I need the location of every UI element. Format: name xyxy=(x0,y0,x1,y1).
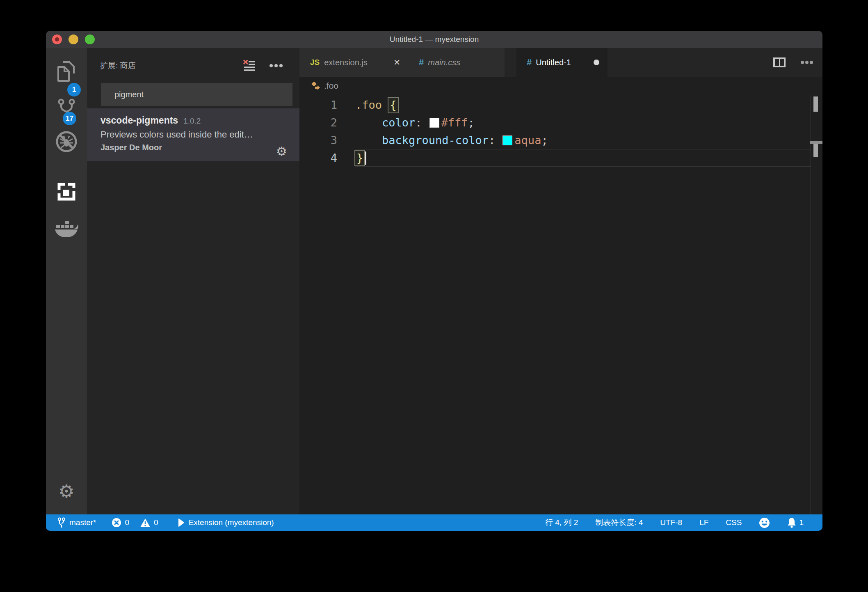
vscode-window: Untitled-1 — myextension 1 17 xyxy=(46,31,822,531)
overview-ruler-cursor-bar xyxy=(813,144,818,157)
ellipsis-icon xyxy=(800,60,813,64)
extensions-search-input[interactable]: pigment xyxy=(101,83,292,106)
text-cursor xyxy=(365,151,366,165)
warning-status[interactable]: 0 xyxy=(140,518,158,528)
extension-author: Jasper De Moor xyxy=(101,143,287,152)
activity-settings[interactable]: ⚙ xyxy=(46,482,87,500)
symbol-class-icon xyxy=(311,81,321,91)
launch-status[interactable]: Extension (myextension) xyxy=(178,518,274,527)
tab-main-css[interactable]: # main.css xyxy=(408,48,505,77)
css-file-icon: # xyxy=(419,57,424,68)
status-bar: master* 0 0 xyxy=(46,514,822,531)
sidebar-header: 扩展: 商店 xyxy=(87,48,299,83)
warning-icon xyxy=(140,518,151,528)
notifications-status[interactable]: 1 xyxy=(787,517,804,528)
breadcrumb-symbol[interactable]: .foo xyxy=(324,81,338,91)
code-line-1: 1 .foo { xyxy=(299,96,822,114)
overview-ruler-cursor-mark xyxy=(810,141,822,144)
clear-input-icon xyxy=(243,60,256,71)
ellipsis-icon xyxy=(269,63,283,68)
modified-dot-icon[interactable] xyxy=(594,60,599,65)
launch-label: Extension (myextension) xyxy=(189,518,274,527)
scrollbar-thumb[interactable] xyxy=(813,96,818,112)
activity-source-control[interactable]: 17 xyxy=(46,98,87,121)
bell-icon xyxy=(787,517,796,528)
indentation-setting[interactable]: 制表符长度: 4 xyxy=(595,517,643,528)
tab-untitled-1[interactable]: # Untitled-1 xyxy=(516,48,608,77)
semicolon: ; xyxy=(541,134,548,147)
css-property: background-color xyxy=(382,134,489,147)
settings-gear-icon: ⚙ xyxy=(58,482,74,500)
error-status[interactable]: 0 xyxy=(112,518,129,528)
tab-extension-js[interactable]: JS extension.js ✕ xyxy=(299,48,408,77)
docker-icon xyxy=(55,220,78,238)
open-brace: { xyxy=(388,97,398,113)
color-swatch-white[interactable] xyxy=(429,118,439,128)
code-line-3: 3 background-color:aqua; xyxy=(299,131,822,149)
tab-label: main.css xyxy=(428,58,497,67)
window-title: Untitled-1 — myextension xyxy=(46,31,822,48)
editor-actions xyxy=(608,48,822,77)
extension-version: 1.0.2 xyxy=(183,117,201,126)
play-icon xyxy=(178,519,185,527)
semicolon: ; xyxy=(468,116,475,129)
code-editor[interactable]: 1 .foo { 2 color:#fff; 3 background-colo… xyxy=(299,95,822,514)
search-value: pigment xyxy=(101,90,144,99)
editor-more-actions-button[interactable] xyxy=(800,60,813,64)
activity-explorer[interactable]: 1 xyxy=(46,61,87,82)
explorer-badge: 1 xyxy=(67,83,81,96)
warning-count: 0 xyxy=(154,518,158,527)
close-brace: } xyxy=(354,150,365,166)
line-number-current: 4 xyxy=(299,149,337,167)
git-branch-status[interactable]: master* xyxy=(57,517,96,528)
scm-badge: 17 xyxy=(63,112,76,125)
branch-name: master* xyxy=(69,518,96,527)
extension-list-item[interactable]: vscode-pigments 1.0.2 Previews colors us… xyxy=(87,108,299,161)
sidebar-more-actions-button[interactable] xyxy=(269,63,283,68)
extension-manage-gear-icon[interactable]: ⚙ xyxy=(276,145,287,158)
editor-group: JS extension.js ✕ # main.css # Untitled-… xyxy=(299,48,822,514)
title-bar: Untitled-1 — myextension xyxy=(46,31,822,48)
tab-bar: JS extension.js ✕ # main.css # Untitled-… xyxy=(299,48,822,77)
smiley-icon xyxy=(759,517,770,528)
extension-name: vscode-pigments xyxy=(101,115,178,126)
activity-debug[interactable] xyxy=(46,130,87,153)
css-property: color xyxy=(382,116,415,129)
extension-description: Previews colors used inside the edit… xyxy=(101,129,287,140)
language-mode[interactable]: CSS xyxy=(726,518,742,527)
tab-close-icon[interactable]: ✕ xyxy=(393,57,400,67)
tab-gap xyxy=(505,48,516,77)
error-count: 0 xyxy=(125,518,129,527)
line-number: 2 xyxy=(299,114,337,131)
extensions-sidebar: 扩展: 商店 pigment xyxy=(87,48,299,514)
activity-docker[interactable] xyxy=(46,220,87,238)
overview-ruler-border xyxy=(811,95,811,514)
css-value: aqua xyxy=(514,134,541,147)
activity-extensions[interactable] xyxy=(46,182,87,202)
sidebar-title: 扩展: 商店 xyxy=(100,60,243,71)
line-number: 1 xyxy=(299,96,337,114)
activity-bar: 1 17 xyxy=(46,48,87,514)
git-branch-icon xyxy=(57,517,66,528)
code-line-2: 2 color:#fff; xyxy=(299,114,822,131)
split-editor-icon xyxy=(773,57,786,67)
line-number: 3 xyxy=(299,131,337,149)
tab-label: Untitled-1 xyxy=(536,58,589,67)
no-debug-icon xyxy=(55,130,78,153)
extensions-icon xyxy=(57,182,76,202)
notification-count: 1 xyxy=(799,518,804,527)
color-swatch-aqua[interactable] xyxy=(503,135,512,145)
clear-extensions-input-button[interactable] xyxy=(243,60,256,71)
feedback-smiley-button[interactable] xyxy=(759,517,770,528)
javascript-file-icon: JS xyxy=(310,58,320,67)
split-editor-button[interactable] xyxy=(773,57,786,67)
breadcrumbs[interactable]: .foo xyxy=(299,77,822,95)
cursor-position[interactable]: 行 4, 列 2 xyxy=(545,517,578,528)
encoding[interactable]: UTF-8 xyxy=(660,518,682,527)
css-file-icon: # xyxy=(527,57,532,68)
colon: : xyxy=(489,134,495,147)
colon: : xyxy=(415,116,422,129)
eol-setting[interactable]: LF xyxy=(699,518,708,527)
code-line-4: 4 } xyxy=(299,149,822,167)
css-value: #fff xyxy=(441,116,468,129)
